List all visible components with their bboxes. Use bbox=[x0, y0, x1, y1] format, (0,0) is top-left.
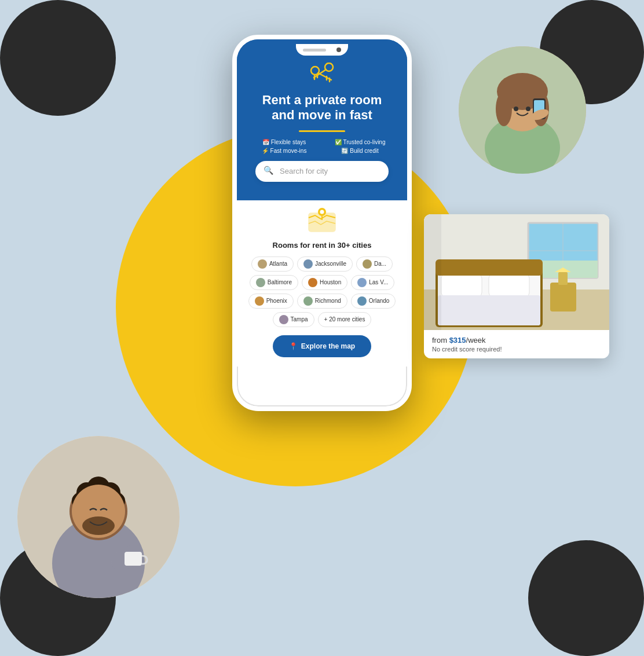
city-tag-atlanta[interactable]: Atlanta bbox=[251, 256, 294, 272]
city-tag-da[interactable]: Da... bbox=[356, 256, 393, 272]
city-tag-more[interactable]: + 20 more cities bbox=[318, 312, 372, 327]
trusted-icon: ✅ bbox=[335, 139, 342, 145]
search-input[interactable]: Search for city bbox=[280, 167, 328, 175]
city-tag-baltimore[interactable]: Baltimore bbox=[250, 275, 298, 290]
phoenix-label: Phoenix bbox=[266, 298, 287, 304]
svg-point-10 bbox=[526, 107, 530, 111]
credit-label: Build credit bbox=[350, 148, 378, 154]
jacksonville-dot bbox=[303, 259, 313, 269]
feature-movein: ⚡ Fast move-ins bbox=[248, 148, 320, 154]
svg-point-9 bbox=[514, 107, 518, 111]
phone-notch bbox=[296, 44, 348, 56]
city-tag-richmond[interactable]: Richmond bbox=[297, 294, 347, 309]
flexible-label: Flexible stays bbox=[271, 139, 306, 145]
svg-rect-48 bbox=[436, 259, 543, 276]
feature-flexible: 📅 Flexible stays bbox=[248, 139, 320, 145]
svg-point-33 bbox=[320, 210, 324, 214]
location-pin-icon: 📍 bbox=[289, 342, 298, 350]
svg-rect-45 bbox=[441, 274, 482, 297]
keys-icon bbox=[248, 63, 396, 88]
tampa-dot bbox=[279, 315, 288, 324]
features-grid: 📅 Flexible stays ✅ Trusted co-living ⚡ F… bbox=[248, 139, 396, 154]
dark-blob-br bbox=[528, 540, 644, 656]
phone-mockup: Rent a private room and move in fast 📅 F… bbox=[232, 35, 412, 411]
header-underline bbox=[299, 130, 345, 132]
houston-dot bbox=[308, 278, 317, 287]
svg-point-4 bbox=[496, 91, 512, 126]
bedroom-card-info: from $315/week No credit score required! bbox=[424, 330, 609, 358]
baltimore-label: Baltimore bbox=[268, 279, 292, 285]
explore-btn-wrapper: 📍 Explore the map bbox=[246, 335, 398, 357]
explore-map-button[interactable]: 📍 Explore the map bbox=[273, 335, 371, 357]
explore-map-label: Explore the map bbox=[301, 342, 355, 350]
jacksonville-label: Jacksonville bbox=[315, 261, 346, 267]
movein-label: Fast move-ins bbox=[270, 148, 307, 154]
atlanta-label: Atlanta bbox=[269, 261, 287, 267]
header-title: Rent a private room and move in fast bbox=[248, 93, 396, 123]
da-dot bbox=[363, 259, 372, 269]
person-circle-man bbox=[17, 436, 180, 598]
movein-icon: ⚡ bbox=[262, 148, 269, 154]
cities-title: Rooms for rent in 30+ cities bbox=[246, 241, 398, 250]
lasv-dot bbox=[357, 278, 367, 287]
city-tag-tampa[interactable]: Tampa bbox=[273, 312, 314, 327]
person-circle-woman bbox=[459, 46, 586, 174]
search-bar[interactable]: 🔍 Search for city bbox=[255, 161, 389, 182]
tampa-label: Tampa bbox=[291, 316, 308, 322]
credit-icon: 🔄 bbox=[341, 148, 348, 154]
bedroom-illustration bbox=[424, 214, 609, 330]
price-period: /week bbox=[466, 336, 486, 345]
svg-rect-49 bbox=[550, 283, 576, 311]
svg-rect-50 bbox=[558, 272, 568, 285]
woman-avatar-svg bbox=[459, 46, 586, 174]
baltimore-dot bbox=[256, 278, 265, 287]
trusted-label: Trusted co-living bbox=[343, 139, 386, 145]
city-tag-jacksonville[interactable]: Jacksonville bbox=[297, 256, 353, 272]
orlando-label: Orlando bbox=[369, 298, 390, 304]
dark-blob-tl bbox=[0, 0, 116, 116]
atlanta-dot bbox=[258, 259, 267, 269]
richmond-dot bbox=[303, 296, 313, 306]
phoenix-dot bbox=[255, 296, 264, 306]
bedroom-card: from $315/week No credit score required! bbox=[424, 214, 609, 358]
search-container-bg: 🔍 Search for city bbox=[237, 169, 407, 200]
no-credit-text: No credit score required! bbox=[432, 346, 601, 353]
bedroom-image bbox=[424, 214, 609, 330]
feature-trusted: ✅ Trusted co-living bbox=[324, 139, 396, 145]
da-label: Da... bbox=[374, 261, 386, 267]
phone-body: Rent a private room and move in fast 📅 F… bbox=[232, 35, 412, 411]
svg-rect-51 bbox=[424, 214, 441, 330]
orlando-dot bbox=[357, 296, 367, 306]
notch-camera bbox=[336, 47, 341, 52]
lasv-label: Las V... bbox=[369, 279, 388, 285]
phone-notch-area bbox=[237, 39, 407, 63]
man-avatar-svg bbox=[17, 436, 180, 598]
price-amount: $315 bbox=[449, 336, 466, 345]
svg-rect-47 bbox=[438, 295, 540, 325]
houston-label: Houston bbox=[320, 279, 341, 285]
notch-speaker bbox=[303, 49, 326, 52]
main-scene: Rent a private room and move in fast 📅 F… bbox=[0, 0, 644, 656]
city-tag-orlando[interactable]: Orlando bbox=[351, 294, 396, 309]
svg-rect-14 bbox=[125, 552, 142, 566]
price-line: from $315/week bbox=[432, 336, 601, 345]
svg-rect-46 bbox=[489, 274, 529, 297]
feature-credit: 🔄 Build credit bbox=[324, 148, 396, 154]
city-tag-phoenix[interactable]: Phoenix bbox=[248, 294, 294, 309]
search-icon: 🔍 bbox=[264, 166, 275, 177]
phone-screen: Rent a private room and move in fast 📅 F… bbox=[237, 39, 407, 406]
map-illustration-icon bbox=[306, 206, 338, 235]
price-from: from bbox=[432, 336, 447, 345]
city-tags-container: Atlanta Jacksonville Da... Baltimor bbox=[246, 256, 398, 327]
screen-content: Rooms for rent in 30+ cities Atlanta Jac… bbox=[237, 200, 407, 367]
city-tag-lasv[interactable]: Las V... bbox=[351, 275, 394, 290]
more-cities-label: + 20 more cities bbox=[324, 316, 365, 322]
city-tag-houston[interactable]: Houston bbox=[302, 275, 347, 290]
flexible-icon: 📅 bbox=[262, 139, 269, 145]
map-icon-area bbox=[246, 200, 398, 241]
richmond-label: Richmond bbox=[315, 298, 341, 304]
